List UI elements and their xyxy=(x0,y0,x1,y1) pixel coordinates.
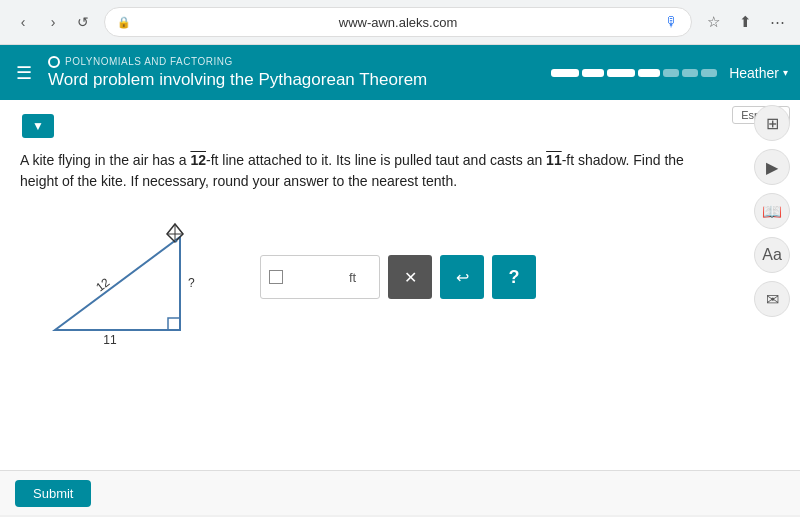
problem-content: 12 11 ? ft ✕ ↩ ? xyxy=(0,202,800,352)
nav-subtitle: POLYNOMIALS AND FACTORING xyxy=(48,56,539,68)
clear-button[interactable]: ✕ xyxy=(388,255,432,299)
answer-section: ft ✕ ↩ ? xyxy=(260,255,536,299)
lock-icon: 🔒 xyxy=(117,16,131,29)
undo-button[interactable]: ↩ xyxy=(440,255,484,299)
back-button[interactable]: ‹ xyxy=(10,9,36,35)
browser-action-buttons: ☆ ⬆ ⋯ xyxy=(700,9,790,35)
mail-icon: ✉ xyxy=(766,290,779,309)
problem-area: A kite flying in the air has a 12‑ft lin… xyxy=(0,138,800,202)
address-bar[interactable]: 🔒 www-awn.aleks.com 🎙 xyxy=(104,7,692,37)
problem-text: A kite flying in the air has a 12‑ft lin… xyxy=(20,150,720,192)
user-chevron-icon: ▾ xyxy=(783,67,788,78)
aleks-navbar: ☰ POLYNOMIALS AND FACTORING Word problem… xyxy=(0,45,800,100)
submit-button[interactable]: Submit xyxy=(15,480,91,507)
label-11: 11 xyxy=(103,333,117,347)
more-button[interactable]: ⋯ xyxy=(764,9,790,35)
star-button[interactable]: ☆ xyxy=(700,9,726,35)
browser-nav-buttons: ‹ › ↺ xyxy=(10,9,96,35)
mail-button[interactable]: ✉ xyxy=(754,281,790,317)
browser-chrome: ‹ › ↺ 🔒 www-awn.aleks.com 🎙 ☆ ⬆ ⋯ xyxy=(0,0,800,45)
ft-unit-label: ft xyxy=(349,270,356,285)
mic-icon: 🎙 xyxy=(665,14,679,30)
svg-marker-0 xyxy=(55,237,180,330)
content-area: ▼ Español A kite flying in the air has a… xyxy=(0,100,800,470)
video-icon: ▶ xyxy=(766,158,778,177)
label-12: 12 xyxy=(93,275,112,294)
bottom-bar: Submit xyxy=(0,470,800,515)
dropdown-toggle-button[interactable]: ▼ xyxy=(22,114,54,138)
progress-section xyxy=(551,69,717,77)
nav-main-title: Word problem involving the Pythagorean T… xyxy=(48,70,539,90)
forward-button[interactable]: › xyxy=(40,9,66,35)
nav-title-section: POLYNOMIALS AND FACTORING Word problem i… xyxy=(48,56,539,90)
diagram-area: 12 11 ? xyxy=(20,212,220,342)
answer-input[interactable] xyxy=(289,269,349,285)
progress-bar xyxy=(551,69,717,77)
video-button[interactable]: ▶ xyxy=(754,149,790,185)
user-name: Heather xyxy=(729,65,779,81)
answer-checkbox xyxy=(269,270,283,284)
refresh-button[interactable]: ↺ xyxy=(70,9,96,35)
help-button[interactable]: ? xyxy=(492,255,536,299)
book-button[interactable]: 📖 xyxy=(754,193,790,229)
svg-rect-1 xyxy=(168,318,180,330)
dropdown-arrow-icon: ▼ xyxy=(32,119,44,133)
hamburger-menu-button[interactable]: ☰ xyxy=(12,58,36,88)
topic-icon xyxy=(48,56,60,68)
right-sidebar: ⊞ ▶ 📖 Aa ✉ xyxy=(754,105,790,317)
url-text: www-awn.aleks.com xyxy=(139,15,657,30)
text-size-button[interactable]: Aa xyxy=(754,237,790,273)
calculator-icon: ⊞ xyxy=(766,114,779,133)
answer-input-wrapper: ft xyxy=(260,255,380,299)
book-icon: 📖 xyxy=(762,202,782,221)
calculator-button[interactable]: ⊞ xyxy=(754,105,790,141)
text-icon: Aa xyxy=(762,246,782,264)
triangle-diagram: 12 11 ? xyxy=(20,212,220,352)
share-button[interactable]: ⬆ xyxy=(732,9,758,35)
label-question: ? xyxy=(188,276,195,290)
user-menu[interactable]: Heather ▾ xyxy=(729,65,788,81)
